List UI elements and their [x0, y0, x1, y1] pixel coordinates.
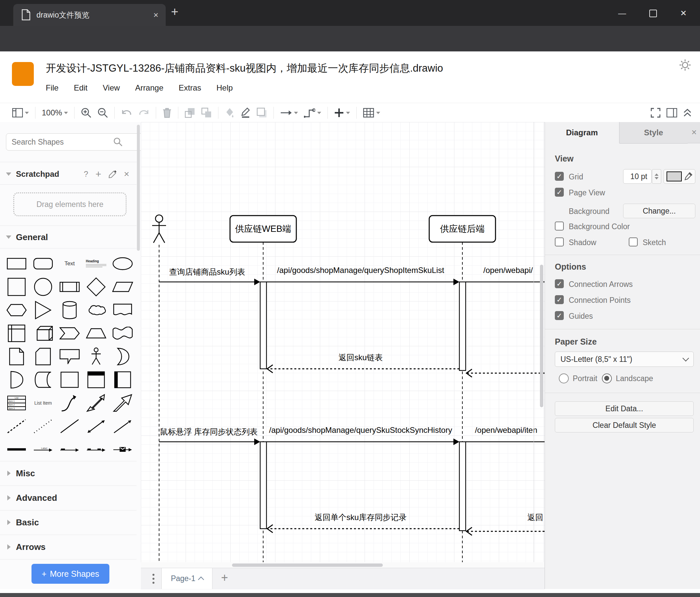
more-shapes-button[interactable]: + More Shapes	[31, 564, 109, 584]
format-panel-close-icon[interactable]: ×	[688, 122, 700, 143]
shape-and[interactable]	[3, 368, 30, 391]
delete-button[interactable]	[159, 105, 175, 120]
zoom-level-button[interactable]: 100%	[39, 105, 71, 120]
shape-rounded-rectangle[interactable]	[30, 252, 56, 275]
add-page-button[interactable]: +	[221, 571, 228, 585]
tab-close-icon[interactable]: ×	[153, 10, 158, 20]
activation-bar[interactable]	[260, 442, 267, 529]
background-change-button[interactable]: Change...	[623, 204, 695, 218]
view-mode-button[interactable]	[9, 105, 32, 120]
tab-style[interactable]: Style	[620, 122, 688, 144]
table-button[interactable]	[360, 105, 383, 120]
section-misc[interactable]: Misc	[0, 464, 136, 483]
shape-list-item[interactable]: List Item	[30, 391, 56, 414]
shape-circle[interactable]	[30, 275, 56, 298]
activation-bar[interactable]	[260, 282, 267, 369]
shape-hexagon[interactable]	[3, 298, 30, 322]
connection-style-button[interactable]	[277, 105, 301, 120]
landscape-radio[interactable]	[602, 374, 612, 383]
shape-cylinder[interactable]	[56, 298, 83, 322]
background-color-checkbox[interactable]	[555, 221, 564, 231]
format-panel-toggle-button[interactable]	[664, 105, 680, 120]
actor-figure[interactable]	[152, 215, 166, 243]
edit-data-button[interactable]: Edit Data...	[555, 401, 694, 416]
clear-default-style-button[interactable]: Clear Default Style	[555, 418, 694, 432]
pages-menu-icon[interactable]	[150, 572, 157, 586]
fill-color-button[interactable]	[222, 105, 238, 120]
to-back-button[interactable]	[198, 105, 215, 120]
new-tab-button[interactable]: +	[171, 5, 178, 19]
scratchpad-close-icon[interactable]: ×	[124, 169, 129, 180]
grid-size-input[interactable]	[623, 169, 652, 184]
scratchpad-header[interactable]: Scratchpad ? + ×	[0, 165, 136, 184]
guides-checkbox[interactable]: ✓	[555, 311, 564, 320]
page-view-checkbox[interactable]: ✓	[555, 188, 564, 197]
shape-labeled-arrow[interactable]: Label	[30, 438, 56, 461]
shape-cube[interactable]	[30, 322, 56, 345]
shape-tape[interactable]	[109, 322, 136, 345]
shape-or[interactable]	[109, 345, 136, 368]
section-advanced[interactable]: Advanced	[0, 488, 136, 507]
portrait-radio[interactable]	[559, 374, 569, 383]
connection-arrows-checkbox[interactable]: ✓	[555, 279, 564, 288]
shape-trapezoid[interactable]	[83, 322, 109, 345]
section-arrows[interactable]: Arrows	[0, 537, 136, 556]
shape-text[interactable]: Text	[56, 252, 83, 275]
shape-card[interactable]	[30, 345, 56, 368]
canvas-horizontal-scrollbar[interactable]	[232, 564, 383, 567]
redo-button[interactable]	[135, 105, 152, 120]
shape-bold-line[interactable]	[3, 438, 30, 461]
scratchpad-edit-icon[interactable]	[109, 170, 117, 178]
shape-line[interactable]	[56, 414, 83, 438]
canvas-vertical-scrollbar[interactable]	[540, 265, 543, 407]
shape-callout[interactable]	[56, 345, 83, 368]
shape-data-storage[interactable]	[30, 368, 56, 391]
shape-rectangle[interactable]	[3, 252, 30, 275]
line-color-button[interactable]	[238, 105, 254, 120]
window-minimize-button[interactable]: —	[612, 5, 632, 21]
zoom-out-button[interactable]	[95, 105, 111, 120]
activation-bar[interactable]	[459, 442, 466, 531]
shape-vertical-container[interactable]	[109, 368, 136, 391]
browser-tab[interactable]: drawio文件预览 ×	[13, 4, 166, 26]
shape-source-target-arrow[interactable]	[83, 438, 109, 461]
shadow-button[interactable]	[254, 105, 270, 120]
window-maximize-button[interactable]	[643, 5, 663, 21]
grid-checkbox[interactable]: ✓	[555, 172, 564, 181]
fullscreen-button[interactable]	[648, 105, 664, 120]
menu-extras[interactable]: Extras	[179, 83, 201, 93]
search-icon[interactable]	[114, 137, 123, 147]
waypoint-style-button[interactable]	[301, 105, 324, 120]
shape-container[interactable]	[56, 368, 83, 391]
shape-list[interactable]: ListItem 1Item 2Item 3	[3, 391, 30, 414]
shape-diamond[interactable]	[83, 275, 109, 298]
page-tab[interactable]: Page-1	[161, 568, 212, 589]
shape-double-arrow-line[interactable]	[83, 414, 109, 438]
menu-arrange[interactable]: Arrange	[135, 83, 164, 93]
diagram-canvas[interactable]: 供应链WEB端 供应链后端 查询店铺商品sku列表 /api/goods/sho…	[141, 122, 545, 562]
theme-toggle-icon[interactable]	[679, 59, 691, 73]
paper-size-select[interactable]: US-Letter (8,5" x 11")	[555, 352, 694, 367]
activation-bar[interactable]	[459, 282, 466, 371]
shape-process[interactable]	[56, 275, 83, 298]
sidebar-scrollbar[interactable]	[137, 125, 140, 251]
collapse-toolbar-button[interactable]	[680, 105, 695, 120]
shape-actor[interactable]	[83, 345, 109, 368]
zoom-in-button[interactable]	[78, 105, 95, 120]
window-close-button[interactable]: ✕	[674, 5, 693, 21]
shape-arrow-line[interactable]	[109, 414, 136, 438]
undo-button[interactable]	[118, 105, 135, 120]
shape-note[interactable]	[3, 345, 30, 368]
shape-parallelogram[interactable]	[109, 275, 136, 298]
scratchpad-add-icon[interactable]: +	[96, 168, 101, 180]
shape-link-edge[interactable]	[109, 438, 136, 461]
shape-dashed-line[interactable]	[3, 414, 30, 438]
to-front-button[interactable]	[182, 105, 198, 120]
insert-button[interactable]	[331, 105, 353, 120]
shape-titled-container[interactable]	[83, 368, 109, 391]
shape-source-arrow[interactable]	[56, 438, 83, 461]
shape-heading[interactable]: ​Heading	[83, 252, 109, 275]
grid-color-button[interactable]	[664, 169, 695, 184]
shape-ellipse[interactable]	[109, 252, 136, 275]
section-basic[interactable]: Basic	[0, 513, 136, 532]
